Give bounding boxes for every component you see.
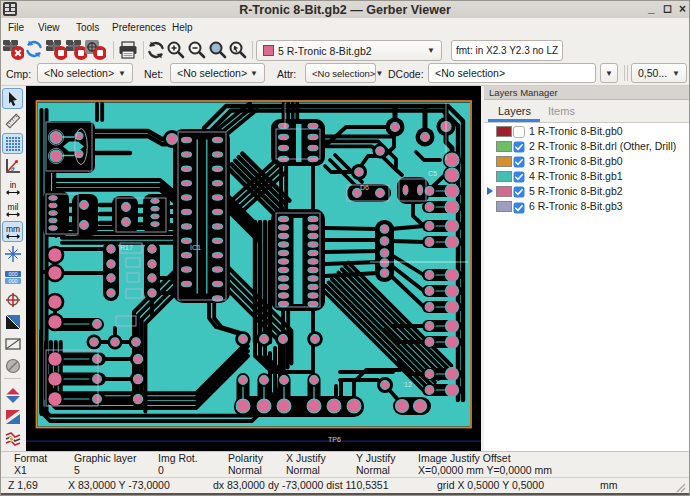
svg-text:θ: θ bbox=[11, 164, 15, 172]
svg-text:000: 000 bbox=[8, 271, 17, 277]
svg-text:D6: D6 bbox=[360, 184, 369, 191]
svg-text:TP6: TP6 bbox=[328, 436, 341, 443]
svg-text:000: 000 bbox=[8, 278, 17, 284]
svg-text:in: in bbox=[9, 180, 16, 190]
svg-text:mm: mm bbox=[5, 224, 19, 234]
svg-text:C5: C5 bbox=[428, 170, 437, 177]
svg-text:12: 12 bbox=[404, 381, 412, 388]
svg-text:mil: mil bbox=[7, 202, 18, 212]
svg-text:IC1: IC1 bbox=[190, 244, 201, 251]
svg-text:R17: R17 bbox=[120, 244, 133, 251]
